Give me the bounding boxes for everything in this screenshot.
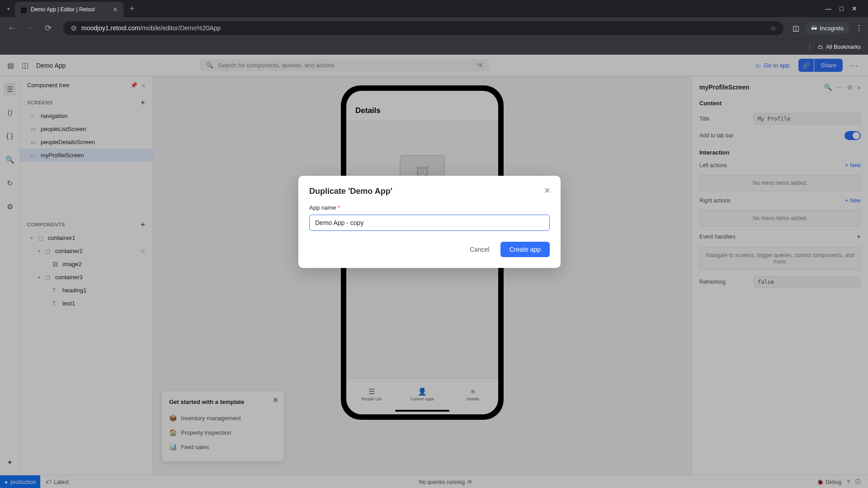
url-bar[interactable]: ⚙ moodjoy1.retool.com/mobile/editor/Demo… (63, 21, 783, 35)
app-name-input[interactable] (309, 215, 550, 231)
minimize-icon[interactable]: ― (826, 5, 832, 12)
modal-close-icon[interactable]: ✕ (544, 186, 551, 196)
incognito-badge[interactable]: 🕶 Incognito (806, 22, 849, 34)
maximize-icon[interactable]: □ (840, 5, 844, 12)
modal-overlay[interactable]: Duplicate 'Demo App' ✕ App name * Cancel… (0, 55, 868, 488)
window-controls: ― □ ✕ (826, 5, 864, 12)
tab-close-icon[interactable]: ✕ (113, 6, 118, 13)
tab-list-dropdown-icon[interactable]: ▾ (4, 5, 13, 13)
app-name-label: App name * (309, 204, 550, 211)
incognito-icon: 🕶 (811, 25, 817, 32)
panel-icon[interactable]: ◫ (793, 24, 799, 33)
site-settings-icon[interactable]: ⚙ (71, 24, 77, 33)
tab-favicon-icon: ▦ (20, 5, 27, 14)
app-root: ▤ ◫ Demo App 🔍 Search for components, qu… (0, 55, 868, 488)
browser-chrome: ▾ ▦ Demo App | Editor | Retool ✕ + ― □ ✕… (0, 0, 868, 55)
tab-strip: ▾ ▦ Demo App | Editor | Retool ✕ + ― □ ✕ (0, 0, 868, 17)
tab-title: Demo App | Editor | Retool (31, 6, 109, 13)
folder-icon: 🗀 (818, 44, 823, 50)
bookmark-star-icon[interactable]: ☆ (770, 24, 776, 33)
duplicate-modal: Duplicate 'Demo App' ✕ App name * Cancel… (298, 176, 561, 268)
all-bookmarks-button[interactable]: 🗀 All Bookmarks (818, 43, 861, 51)
cancel-button[interactable]: Cancel (462, 242, 498, 257)
browser-toolbar: ← → ⟳ ⚙ moodjoy1.retool.com/mobile/edito… (0, 17, 868, 39)
bookmark-bar: | 🗀 All Bookmarks (0, 39, 868, 55)
modal-title: Duplicate 'Demo App' (309, 187, 550, 196)
browser-menu-icon[interactable]: ⋮ (855, 24, 863, 33)
browser-tab[interactable]: ▦ Demo App | Editor | Retool ✕ (15, 2, 123, 17)
back-icon[interactable]: ← (5, 23, 18, 33)
new-tab-icon[interactable]: + (125, 2, 139, 15)
create-app-button[interactable]: Create app (500, 242, 550, 257)
forward-icon[interactable]: → (24, 23, 36, 33)
url-text: moodjoy1.retool.com/mobile/editor/Demo%2… (81, 24, 221, 32)
reload-icon[interactable]: ⟳ (42, 23, 54, 33)
close-window-icon[interactable]: ✕ (852, 5, 857, 12)
